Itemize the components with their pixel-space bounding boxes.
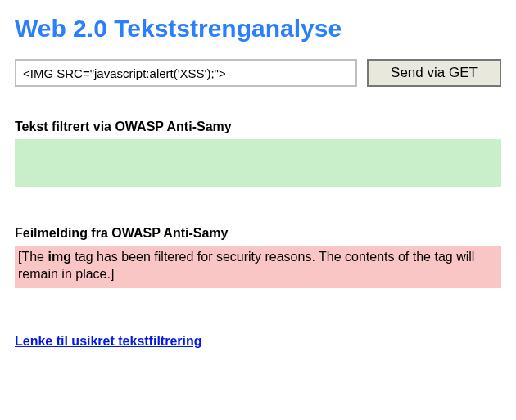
filtered-label: Tekst filtrert via OWASP Anti-Samy	[15, 120, 501, 134]
page-title: Web 2.0 Tekststrenganalyse	[15, 15, 501, 43]
error-label: Feilmelding fra OWASP Anti-Samy	[15, 226, 501, 241]
error-suffix: tag has been filtered for security reaso…	[18, 250, 474, 281]
error-output: [The img tag has been filtered for secur…	[15, 246, 501, 288]
text-input[interactable]	[15, 59, 357, 87]
filtered-output	[15, 139, 501, 187]
unsecured-filter-link[interactable]: Lenke til usikret tekstfiltrering	[15, 334, 202, 348]
error-prefix: [The	[18, 250, 48, 264]
error-tagname: img	[48, 250, 70, 264]
input-form: Send via GET	[15, 59, 501, 87]
submit-button[interactable]: Send via GET	[367, 59, 501, 87]
